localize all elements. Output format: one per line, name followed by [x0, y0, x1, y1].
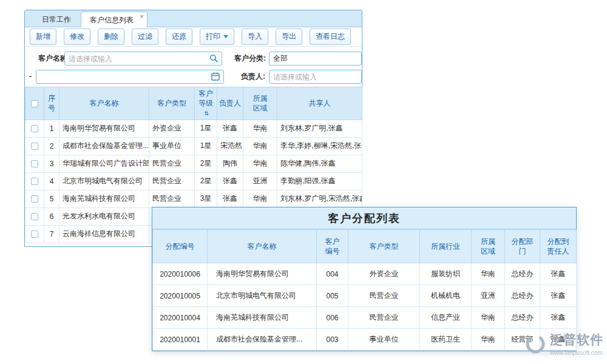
search-icon[interactable] [209, 53, 219, 63]
cell-customer-name[interactable]: 成都市社会保险基金管理... [208, 329, 317, 351]
fanpu-watermark: 泛普软件 www.fanpusoft.com [524, 331, 603, 356]
cell-assignee[interactable]: 张鑫 [540, 307, 577, 329]
filter-button[interactable]: 过滤 [132, 29, 158, 45]
cell-shared: 李勤丽,阳强,张鑫 [277, 172, 362, 190]
table-row: 1 海南明华贸易有限公司 外资企业 1星 张鑫 华南 刘东林,罗广明,张鑫 [25, 120, 362, 137]
cell-customer-level: 2星 [195, 155, 217, 172]
owner-input[interactable] [269, 70, 362, 84]
cell-owner[interactable]: 张鑫 [217, 190, 243, 207]
brand-site: www.fanpusoft.com [550, 349, 603, 356]
cell-seq: 3 [44, 155, 59, 172]
cell-alloc-no[interactable]: 2020010005 [153, 285, 208, 307]
header-customer-level-label: 客户 等级 [198, 89, 213, 107]
cell-assignee[interactable]: 张鑫 [540, 263, 577, 285]
header-customer-level: 客户 等级⇅ [195, 87, 217, 120]
cell-customer-level: 2星 [195, 172, 217, 190]
cell-customer-level: 1星 [195, 137, 217, 155]
cell-alloc-no[interactable]: 2020010006 [153, 263, 208, 285]
table-row: 3 华瑞城有限公司广告设计部 民营企业 2星 陶伟 华南 陈华健,陶伟,张鑫 [25, 155, 362, 172]
cell-owner[interactable]: 张鑫 [217, 120, 243, 137]
edit-button[interactable]: 修改 [64, 29, 90, 45]
cell-assignee[interactable]: 张鑫 [540, 285, 577, 307]
cell-customer-name[interactable]: 北京市明城电气有限公司 [59, 172, 149, 190]
allocation-row: 2020010006 海南明华贸易有限公司 004 外资企业 服装纺织 华南 总… [153, 263, 577, 285]
select-all-cell [25, 87, 44, 120]
header-alloc-no: 分配编号 [153, 230, 208, 263]
cell-customer-type: 外资企业 [149, 120, 195, 137]
header-seq: 序 号 [44, 87, 59, 120]
cell-shared: 李华,李婷,柳琳,宋浩然,张鑫 [277, 137, 362, 155]
cell-customer-name[interactable]: 光发水利水电有限公司 [59, 207, 149, 225]
cell-customer-name[interactable]: 北京市明城电气有限公司 [208, 285, 317, 307]
row-checkbox[interactable] [31, 125, 38, 132]
cell-customer-type: 民营企业 [149, 172, 195, 190]
cell-customer-name[interactable]: 成都市社会保险基金管理... [59, 137, 149, 155]
cell-owner[interactable]: 陶伟 [217, 155, 243, 172]
cell-alloc-no[interactable]: 2020010001 [153, 329, 208, 351]
allocation-row: 2020010001 成都市社会保险基金管理... 003 事业单位 医药卫生 … [153, 329, 577, 351]
print-button[interactable]: 打印 [200, 29, 234, 45]
header-region: 所属 区域 [243, 87, 277, 120]
customer-category-input[interactable] [269, 52, 362, 66]
date-range-dash: - [29, 70, 32, 84]
row-checkbox[interactable] [31, 195, 38, 203]
cell-seq: 1 [44, 120, 59, 137]
table-row: 4 北京市明城电气有限公司 民营企业 2星 张鑫 亚洲 李勤丽,阳强,张鑫 [25, 172, 362, 190]
cell-region: 华南 [472, 329, 505, 351]
cell-customer-name[interactable]: 海南芜城科技有限公司 [59, 190, 149, 207]
table-row: 2 成都市社会保险基金管理... 事业单位 1星 宋浩然 华南 李华,李婷,柳琳… [25, 137, 362, 155]
row-checkbox[interactable] [31, 143, 38, 150]
checkbox-cell [25, 172, 44, 190]
tab-customer-info-list[interactable]: 客户信息列表 × [81, 12, 148, 27]
header-assignee: 分配到 责任人 [540, 230, 577, 263]
restore-button[interactable]: 还原 [166, 29, 192, 45]
customer-name-input[interactable] [64, 52, 222, 66]
sort-icon[interactable]: ⇅ [204, 110, 209, 116]
delete-button[interactable]: 删除 [98, 29, 124, 45]
cell-seq: 4 [44, 172, 59, 190]
fanpu-logo-icon [524, 333, 546, 355]
tab-daily-work[interactable]: 日常工作 [33, 12, 80, 27]
print-button-label: 打印 [206, 32, 220, 42]
cell-alloc-dept: 总经办 [505, 263, 540, 285]
cell-owner[interactable]: 宋浩然 [217, 137, 243, 155]
row-checkbox[interactable] [31, 160, 38, 167]
cell-customer-name[interactable]: 海南芜城科技有限公司 [208, 307, 317, 329]
cell-customer-level: 1星 [195, 120, 217, 137]
checkbox-cell [25, 155, 44, 172]
cell-region: 华南 [243, 137, 277, 155]
export-button[interactable]: 导出 [276, 29, 302, 45]
header-region: 所属 区域 [472, 230, 505, 263]
cell-customer-type: 民营企业 [348, 285, 420, 307]
allocation-header-row: 分配编号 客户名称 客户 编号 客户类型 所属行业 所属 区域 分配部 门 分配… [153, 230, 577, 263]
toolbar: 新增 修改 删除 过滤 还原 打印 导入 导出 查看日志 [25, 27, 362, 47]
cell-shared: 刘东林,罗广明,宋浩然,张鑫 [277, 190, 362, 207]
cell-customer-type: 民营企业 [149, 190, 195, 207]
table-row: 5 海南芜城科技有限公司 民营企业 3星 张鑫 华南 刘东林,罗广明,宋浩然,张… [25, 190, 362, 207]
allocation-row: 2020010005 北京市明城电气有限公司 005 民营企业 机械机电 亚洲 … [153, 285, 577, 307]
header-customer-name: 客户名称 [59, 87, 149, 120]
row-checkbox[interactable] [31, 178, 38, 185]
row-checkbox[interactable] [31, 213, 38, 220]
cell-customer-name[interactable]: 华瑞城有限公司广告设计部 [59, 155, 149, 172]
cell-owner[interactable]: 张鑫 [217, 172, 243, 190]
row-checkbox[interactable] [31, 231, 38, 238]
calendar-icon[interactable] [211, 72, 220, 81]
select-all-checkbox[interactable] [31, 100, 38, 107]
add-button[interactable]: 新增 [30, 29, 56, 45]
header-customer-no: 客户 编号 [317, 230, 348, 263]
cell-customer-name[interactable]: 云南海祥信息有限公司 [59, 225, 149, 243]
cell-customer-name[interactable]: 海南明华贸易有限公司 [208, 263, 317, 285]
cell-alloc-no[interactable]: 2020010004 [153, 307, 208, 329]
dialog-title: 客户分配列表 [152, 207, 576, 229]
cell-region: 华南 [243, 120, 277, 137]
view-log-button[interactable]: 查看日志 [310, 29, 351, 45]
cell-customer-type: 民营企业 [348, 307, 420, 329]
cell-customer-no: 006 [317, 307, 348, 329]
follow-date-input[interactable] [36, 70, 224, 84]
cell-alloc-dept: 总经办 [505, 307, 540, 329]
cell-customer-name[interactable]: 海南明华贸易有限公司 [59, 120, 149, 137]
import-button[interactable]: 导入 [242, 29, 268, 45]
checkbox-cell [25, 137, 44, 155]
tab-close-icon[interactable]: × [140, 13, 144, 19]
